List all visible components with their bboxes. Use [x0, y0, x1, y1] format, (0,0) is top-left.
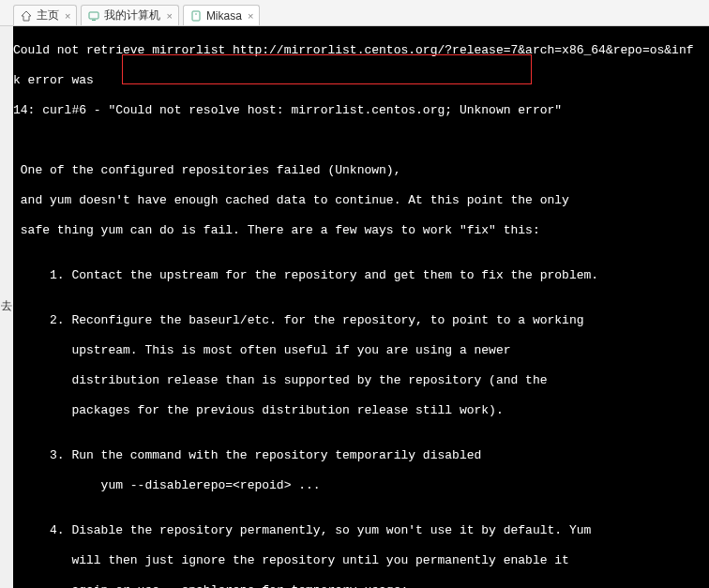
- left-gutter: 去: [0, 26, 13, 588]
- terminal-line: 3. Run the command with the repository t…: [13, 448, 709, 463]
- terminal-line: distribution release than is supported b…: [13, 373, 709, 388]
- terminal-line: Could not retrieve mirrorlist http://mir…: [13, 43, 709, 58]
- terminal-line: will then just ignore the repository unt…: [13, 553, 709, 568]
- tab-bar: 主页 × 我的计算机 × Mikasa ×: [0, 0, 709, 26]
- terminal-line: again or use --enablerepo for temporary …: [13, 583, 709, 588]
- terminal-line: packages for the previous distribution r…: [13, 403, 709, 418]
- terminal-line: 1. Contact the upstream for the reposito…: [13, 268, 709, 283]
- terminal-line: 4. Disable the repository permanently, s…: [13, 523, 709, 538]
- close-icon[interactable]: ×: [166, 10, 172, 22]
- terminal-line: k error was: [13, 73, 709, 88]
- svg-rect-1: [92, 20, 96, 21]
- tab-label: Mikasa: [206, 9, 242, 23]
- home-icon: [20, 9, 33, 23]
- terminal-line: 14: curl#6 - "Could not resolve host: mi…: [13, 103, 709, 118]
- close-icon[interactable]: ×: [65, 10, 70, 22]
- server-icon: [189, 9, 203, 23]
- tab-my-computer[interactable]: 我的计算机 ×: [81, 5, 178, 25]
- terminal-output[interactable]: Could not retrieve mirrorlist http://mir…: [13, 26, 709, 588]
- left-gutter-label: 去: [0, 298, 13, 314]
- tab-label: 我的计算机: [104, 8, 160, 23]
- tab-home[interactable]: 主页 ×: [13, 5, 77, 25]
- terminal-line: One of the configured repositories faile…: [13, 163, 709, 178]
- terminal-line: 2. Reconfigure the baseurl/etc. for the …: [13, 313, 709, 328]
- computer-icon: [87, 9, 100, 23]
- terminal-line: safe thing yum can do is fail. There are…: [13, 223, 709, 238]
- close-icon[interactable]: ×: [248, 10, 253, 22]
- tab-mikasa[interactable]: Mikasa ×: [183, 5, 260, 25]
- svg-rect-0: [89, 12, 98, 19]
- terminal-line: and yum doesn't have enough cached data …: [13, 193, 709, 208]
- terminal-line: yum --disablerepo=<repoid> ...: [13, 478, 709, 493]
- terminal-line: upstream. This is most often useful if y…: [13, 343, 709, 358]
- svg-point-3: [195, 13, 197, 15]
- svg-rect-2: [192, 11, 200, 21]
- tab-label: 主页: [37, 8, 59, 23]
